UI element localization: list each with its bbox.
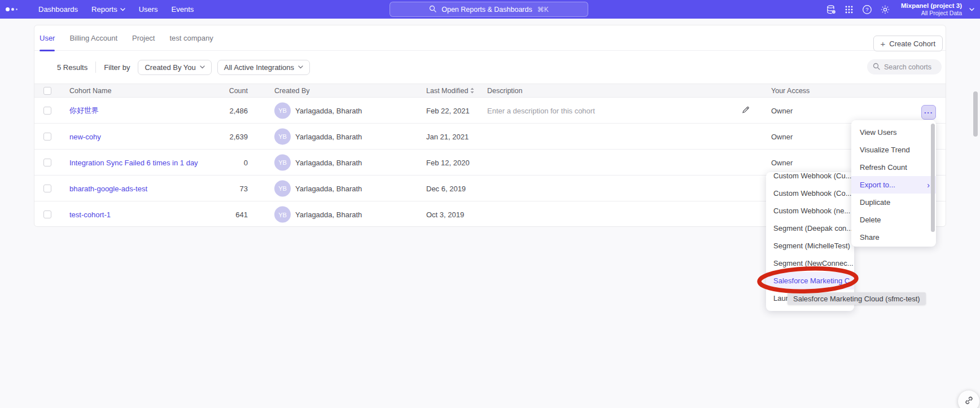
- menu-item-delete[interactable]: Delete: [851, 211, 936, 229]
- header-cohort-name: Cohort Name: [69, 87, 111, 95]
- project-name: Mixpanel (project 3): [901, 2, 962, 10]
- settings-gear-icon[interactable]: [880, 4, 890, 15]
- row-checkbox[interactable]: [43, 210, 51, 218]
- cohort-name-link[interactable]: 你好世界: [69, 106, 99, 116]
- nav-dashboards[interactable]: Dashboards: [38, 5, 78, 14]
- menu-item-duplicate[interactable]: Duplicate: [851, 194, 936, 211]
- chevron-down-icon: [200, 65, 205, 69]
- nav-reports[interactable]: Reports: [91, 5, 125, 14]
- plus-icon: +: [881, 40, 886, 48]
- table-row: new-cohy 2,639 YBYarlagadda, Bharath Jan…: [34, 124, 946, 150]
- avatar: YB: [274, 128, 291, 144]
- sort-icon: [470, 87, 474, 95]
- submenu-scrollbar[interactable]: [973, 91, 978, 137]
- submenu-item-segment-2[interactable]: Segment (MichelleTest): [766, 237, 854, 255]
- last-modified-date: Feb 12, 2020: [426, 158, 470, 166]
- chevron-down-icon: [298, 65, 303, 69]
- access-level: Owner: [771, 106, 793, 115]
- menu-item-view-users[interactable]: View Users: [851, 124, 936, 141]
- cohort-count: 2,639: [199, 132, 248, 141]
- filter-by-label: Filter by: [104, 63, 130, 72]
- cohort-name-link[interactable]: Integration Sync Failed 6 times in 1 day: [69, 158, 198, 166]
- menu-item-refresh-count[interactable]: Refresh Count: [851, 159, 936, 176]
- header-last-modified[interactable]: Last Modified: [426, 86, 474, 95]
- access-level: Owner: [771, 132, 793, 141]
- row-checkbox[interactable]: [43, 107, 51, 115]
- submenu-item-salesforce-marketing-cloud[interactable]: Salesforce Marketing C...: [766, 272, 854, 289]
- search-icon: [429, 5, 436, 14]
- header-description: Description: [487, 87, 523, 95]
- submenu-item-custom-webhook-2[interactable]: Custom Webhook (Co...: [766, 185, 854, 202]
- share-link-button[interactable]: [958, 391, 979, 408]
- edit-description-pencil-icon[interactable]: [741, 105, 750, 116]
- export-to-submenu: Custom Webhook (Cu... Custom Webhook (Co…: [766, 172, 854, 311]
- cohort-name-link[interactable]: test-cohort-1: [69, 210, 111, 219]
- cohort-tabs: User Billing Account Project test compan…: [34, 25, 946, 51]
- integrations-dropdown[interactable]: All Active Integrations: [217, 60, 310, 75]
- submenu-chevron-right-icon: ›: [927, 181, 930, 190]
- header-your-access: Your Access: [771, 87, 810, 95]
- nav-users[interactable]: Users: [139, 5, 158, 14]
- link-icon: [964, 396, 974, 407]
- submenu-item-segment-1[interactable]: Segment (Deepak con...: [766, 220, 854, 237]
- table-row: 你好世界 2,486 YBYarlagadda, Bharath Feb 22,…: [34, 98, 946, 124]
- row-checkbox[interactable]: [43, 185, 51, 192]
- cohort-count: 0: [199, 158, 248, 166]
- apps-grid-icon[interactable]: [843, 4, 854, 15]
- table-header: Cohort Name Count Created By Last Modifi…: [34, 84, 946, 98]
- created-by-name: Yarlagadda, Bharath: [295, 158, 362, 166]
- global-search-bar[interactable]: Open Reports & Dashboards ⌘K: [390, 2, 588, 17]
- row-actions-button[interactable]: ···: [921, 105, 936, 120]
- created-by-dropdown[interactable]: Created By You: [138, 60, 211, 75]
- search-cohorts-input[interactable]: Search cohorts: [867, 59, 942, 74]
- help-icon[interactable]: ?: [861, 4, 872, 15]
- cohort-count: 73: [199, 184, 248, 192]
- tab-user[interactable]: User: [40, 25, 55, 51]
- search-shortcut: ⌘K: [537, 6, 549, 14]
- avatar: YB: [274, 154, 291, 170]
- menu-item-share[interactable]: Share: [851, 229, 936, 246]
- project-chevron-down-icon: [969, 8, 974, 11]
- header-created-by: Created By: [274, 87, 310, 95]
- top-navbar: Dashboards Reports Users Events Open Rep…: [0, 0, 980, 19]
- search-icon: [873, 63, 880, 72]
- nav-events[interactable]: Events: [172, 5, 194, 14]
- project-switcher[interactable]: Mixpanel (project 3) All Project Data: [901, 2, 962, 16]
- mixpanel-logo-icon[interactable]: [6, 7, 25, 11]
- submenu-item-custom-webhook-1[interactable]: Custom Webhook (Cu...: [766, 172, 854, 185]
- avatar: YB: [274, 207, 291, 223]
- select-all-checkbox[interactable]: [43, 87, 51, 95]
- create-cohort-button[interactable]: + Create Cohort: [873, 36, 943, 51]
- tab-test-company[interactable]: test company: [169, 25, 213, 51]
- project-scope: All Project Data: [901, 10, 962, 16]
- last-modified-date: Oct 3, 2019: [426, 210, 464, 219]
- data-sources-icon[interactable]: [825, 4, 836, 15]
- chevron-down-icon: [120, 8, 125, 11]
- row-checkbox[interactable]: [43, 159, 51, 166]
- cohort-count: 2,486: [199, 106, 248, 115]
- submenu-item-custom-webhook-3[interactable]: Custom Webhook (ne...: [766, 202, 854, 220]
- divider: [95, 62, 96, 73]
- menu-scrollbar[interactable]: [931, 124, 935, 232]
- menu-item-export-to[interactable]: Export to... ›: [851, 176, 936, 194]
- tab-billing-account[interactable]: Billing Account: [69, 25, 117, 51]
- row-context-menu: View Users Visualize Trend Refresh Count…: [851, 120, 936, 247]
- description-placeholder[interactable]: Enter a description for this cohort: [487, 106, 595, 115]
- cohort-name-link[interactable]: bharath-google-ads-test: [69, 184, 147, 192]
- tab-project[interactable]: Project: [132, 25, 155, 51]
- cohorts-page: Dashboards Reports Users Events Open Rep…: [0, 0, 980, 408]
- search-cohorts-placeholder: Search cohorts: [884, 63, 931, 71]
- global-search-placeholder: Open Reports & Dashboards: [441, 6, 532, 14]
- menu-item-visualize-trend[interactable]: Visualize Trend: [851, 141, 936, 159]
- last-modified-date: Dec 6, 2019: [426, 184, 466, 192]
- created-by-name: Yarlagadda, Bharath: [295, 184, 362, 192]
- cohort-name-link[interactable]: new-cohy: [69, 132, 101, 141]
- last-modified-date: Feb 22, 2021: [426, 106, 470, 115]
- results-count: 5 Results: [57, 63, 88, 72]
- header-count: Count: [199, 87, 248, 95]
- avatar: YB: [274, 102, 291, 119]
- cohort-count: 641: [199, 210, 248, 219]
- row-checkbox[interactable]: [43, 133, 51, 141]
- submenu-item-segment-3[interactable]: Segment (NewConnec...: [766, 255, 854, 272]
- integration-tooltip: Salesforce Marketing Cloud (sfmc-test): [788, 292, 926, 305]
